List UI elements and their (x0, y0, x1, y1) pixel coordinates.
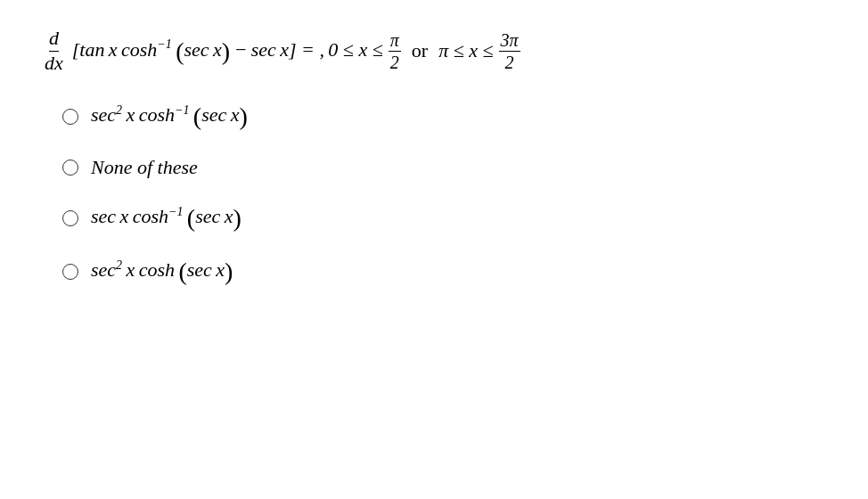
math-question: d dx [tan x cosh−1 (sec x) − sec x] = , … (45, 27, 823, 76)
derivative-numerator: d (49, 27, 59, 52)
page: d dx [tan x cosh−1 (sec x) − sec x] = , … (0, 0, 868, 499)
fraction-pi-top: π (389, 29, 401, 52)
derivative-operator: d dx (45, 27, 63, 76)
option-d[interactable]: sec2 x cosh (sec x) (62, 258, 823, 286)
radio-d[interactable] (62, 264, 78, 280)
derivative-denominator: dx (45, 52, 63, 75)
option-a-text: sec2 x cosh−1 (sec x) (91, 102, 248, 131)
option-b[interactable]: None of these (62, 156, 823, 179)
option-a[interactable]: sec2 x cosh−1 (sec x) (62, 102, 823, 131)
radio-b[interactable] (62, 160, 78, 176)
options-block: sec2 x cosh−1 (sec x) None of these sec … (62, 102, 823, 286)
question-block: d dx [tan x cosh−1 (sec x) − sec x] = , … (45, 27, 823, 76)
or-text: or (412, 37, 428, 65)
radio-c[interactable] (62, 210, 78, 226)
fraction-pi-bot: 2 (389, 52, 401, 73)
fraction-3pi-top: 3π (499, 29, 520, 52)
expression-part1: [tan x cosh−1 (sec x) − sec x] = , 0 ≤ x… (72, 34, 383, 69)
radio-a[interactable] (62, 109, 78, 125)
fraction-3pi-over-2: 3π 2 (499, 29, 520, 73)
fraction-3pi-bot: 2 (504, 52, 516, 73)
option-c-text: sec x cosh−1 (sec x) (91, 204, 242, 233)
fraction-pi-over-2: π 2 (389, 29, 401, 73)
option-b-text: None of these (91, 156, 198, 179)
expression-part2: π ≤ x ≤ (438, 37, 493, 65)
option-c[interactable]: sec x cosh−1 (sec x) (62, 204, 823, 233)
option-d-text: sec2 x cosh (sec x) (91, 258, 233, 286)
